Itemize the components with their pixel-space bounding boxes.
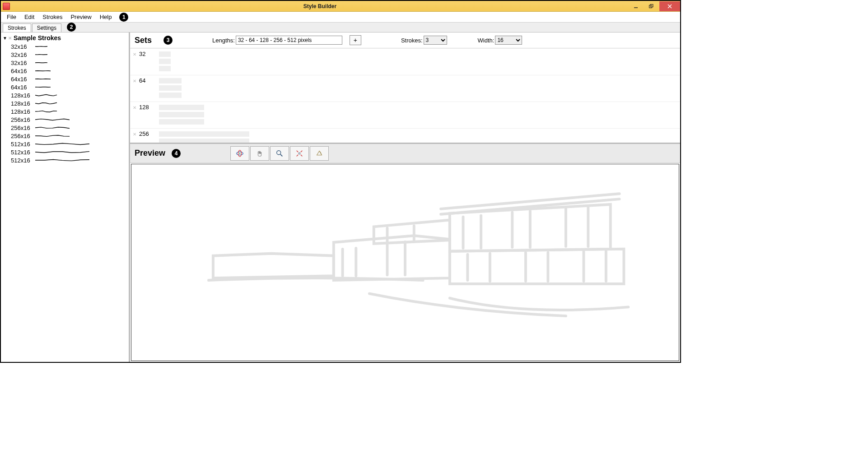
tree-group-label: Sample Strokes	[14, 34, 61, 42]
set-length-label: 128	[139, 104, 159, 111]
stroke-item[interactable]: 32x16	[3, 42, 127, 51]
stroke-item-label: 128x16	[11, 108, 35, 115]
stroke-item[interactable]: 32x16	[3, 51, 127, 59]
stroke-swatch[interactable]	[159, 119, 204, 125]
stroke-item-label: 32x16	[11, 51, 35, 58]
stroke-swatch[interactable]	[159, 131, 249, 137]
width-label: Width:	[478, 37, 495, 44]
maximize-button[interactable]	[644, 1, 659, 11]
lengths-label: Lengths:	[212, 37, 235, 44]
stroke-preview-icon	[35, 68, 51, 74]
stroke-preview-icon	[35, 101, 57, 106]
minimize-button[interactable]	[628, 1, 644, 11]
stroke-item[interactable]: 512x16	[3, 148, 127, 156]
stroke-item[interactable]: 64x16	[3, 75, 127, 83]
stroke-item-label: 64x16	[11, 76, 35, 83]
stroke-item[interactable]: 256x16	[3, 124, 127, 132]
stroke-item-label: 256x16	[11, 125, 35, 131]
sets-list[interactable]: ✕32✕64✕128✕256	[130, 48, 680, 144]
stroke-item-label: 512x16	[11, 157, 35, 164]
zoom-tool-button[interactable]	[270, 146, 289, 161]
stroke-item[interactable]: 128x16	[3, 91, 127, 99]
stroke-item-label: 128x16	[11, 92, 35, 99]
zoom-extents-button[interactable]	[290, 146, 309, 161]
stroke-swatch[interactable]	[159, 85, 182, 91]
sidebar-strokes-tree: ▼ ✕ Sample Strokes 32x1632x1632x1664x166…	[1, 32, 130, 362]
content-area: Sets 3 Lengths: + Strokes: 3 Width: 16 ✕…	[130, 32, 680, 362]
stroke-item-label: 256x16	[11, 116, 35, 123]
tab-strokes[interactable]: Strokes	[3, 23, 31, 32]
stroke-swatch[interactable]	[159, 93, 182, 98]
preview-canvas[interactable]	[131, 164, 679, 361]
window-title: Style Builder	[12, 3, 628, 9]
callout-badge-3: 3	[163, 36, 173, 45]
stroke-swatch[interactable]	[159, 105, 204, 110]
stroke-item[interactable]: 512x16	[3, 156, 127, 164]
titlebar: Style Builder	[1, 1, 680, 12]
strokes-count-select[interactable]: 3	[424, 36, 447, 45]
callout-badge-4: 4	[172, 149, 181, 158]
stroke-preview-icon	[35, 44, 47, 49]
menu-file[interactable]: File	[3, 12, 20, 22]
svg-point-14	[299, 153, 300, 154]
set-row[interactable]: ✕32	[130, 48, 680, 75]
stroke-item[interactable]: 512x16	[3, 140, 127, 148]
svg-line-11	[301, 150, 303, 152]
swatch-column	[159, 51, 171, 71]
stroke-preview-icon	[35, 157, 89, 163]
stroke-item[interactable]: 256x16	[3, 132, 127, 140]
lengths-input[interactable]	[236, 36, 342, 45]
stroke-item[interactable]: 128x16	[3, 107, 127, 116]
stroke-swatch[interactable]	[159, 66, 171, 71]
stroke-item-label: 512x16	[11, 149, 35, 156]
stroke-preview-icon	[35, 117, 70, 122]
stroke-swatch[interactable]	[159, 139, 249, 144]
menu-strokes[interactable]: Strokes	[38, 12, 66, 22]
stroke-swatch[interactable]	[159, 51, 171, 57]
sets-heading: Sets	[135, 36, 152, 45]
menu-edit[interactable]: Edit	[20, 12, 38, 22]
stroke-item[interactable]: 32x16	[3, 59, 127, 67]
sets-header: Sets 3 Lengths: + Strokes: 3 Width: 16	[130, 32, 680, 48]
stroke-item[interactable]: 128x16	[3, 99, 127, 107]
orbit-tool-button[interactable]	[230, 146, 249, 161]
callout-badge-2: 2	[67, 23, 76, 32]
stroke-swatch[interactable]	[159, 59, 171, 64]
stroke-item-label: 64x16	[11, 68, 35, 74]
set-row[interactable]: ✕256	[130, 128, 680, 144]
callout-badge-1: 1	[119, 13, 128, 22]
close-icon[interactable]: ✕	[133, 52, 136, 57]
stroke-preview-icon	[35, 149, 89, 155]
menu-preview[interactable]: Preview	[66, 12, 95, 22]
set-row[interactable]: ✕128	[130, 102, 680, 128]
main: ▼ ✕ Sample Strokes 32x1632x1632x1664x166…	[1, 32, 680, 362]
width-select[interactable]: 16	[495, 36, 522, 45]
add-set-button[interactable]: +	[350, 35, 361, 45]
stroke-item[interactable]: 64x16	[3, 67, 127, 75]
stroke-swatch[interactable]	[159, 78, 182, 83]
stroke-item[interactable]: 256x16	[3, 116, 127, 124]
svg-line-9	[280, 154, 283, 156]
set-length-label: 32	[139, 51, 159, 57]
svg-point-8	[277, 150, 281, 154]
close-icon[interactable]: ✕	[133, 105, 136, 110]
menu-help[interactable]: Help	[96, 12, 116, 22]
stroke-preview-icon	[35, 60, 47, 65]
tab-settings[interactable]: Settings	[32, 23, 61, 32]
swatch-column	[159, 78, 182, 98]
stroke-preview-icon	[35, 52, 47, 57]
close-icon[interactable]: ✕	[133, 79, 136, 83]
close-icon: ✕	[8, 36, 12, 41]
display-style-button[interactable]	[310, 146, 329, 161]
pan-tool-button[interactable]	[250, 146, 269, 161]
close-button[interactable]	[659, 1, 680, 11]
stroke-item[interactable]: 64x16	[3, 83, 127, 91]
tree-group-header[interactable]: ▼ ✕ Sample Strokes	[3, 33, 127, 42]
stroke-item-label: 128x16	[11, 100, 35, 107]
set-row[interactable]: ✕64	[130, 75, 680, 102]
window-controls	[628, 1, 680, 11]
stroke-swatch[interactable]	[159, 112, 204, 117]
stroke-item-label: 512x16	[11, 141, 35, 148]
stroke-preview-icon	[35, 125, 70, 130]
close-icon[interactable]: ✕	[133, 132, 136, 137]
